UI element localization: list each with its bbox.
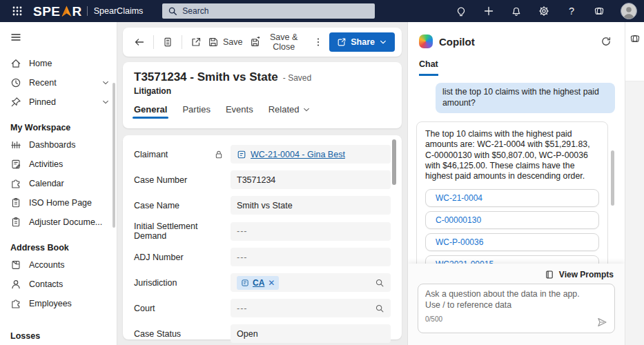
open-in-new-window-button[interactable] <box>186 32 206 52</box>
tab-chat[interactable]: Chat <box>419 59 438 76</box>
refresh-chat-icon[interactable] <box>596 31 616 52</box>
field-row-case-name: Case Name Smith vs State <box>134 196 391 215</box>
record-header: T3571234 - Smith vs State - Saved Litiga… <box>123 62 402 128</box>
sidebar-item-home[interactable]: Home <box>0 54 117 73</box>
claimant-lookup-field[interactable]: WC-21-0004 - Gina Best <box>231 145 391 164</box>
claim-chip[interactable]: C-00000130 <box>425 211 599 229</box>
sidebar-item-pinned[interactable]: Pinned <box>0 92 117 112</box>
record-entity-icon <box>241 279 249 287</box>
initial-settlement-demand-input[interactable]: --- <box>231 222 391 241</box>
form-selector-button[interactable] <box>158 32 177 52</box>
copilot-question-input[interactable] <box>425 289 593 313</box>
sidebar-item-adjuster-documents[interactable]: Adjuster Docume... <box>0 213 117 232</box>
spear-arrow-icon <box>61 6 72 17</box>
left-navigation-sidebar: Home Recent Pinned My Workspace Dashboar… <box>0 22 117 345</box>
share-button[interactable]: Share <box>329 32 395 52</box>
command-bar: Save Save & Close Share <box>123 28 402 57</box>
claim-chip[interactable]: WC-21-0004 <box>425 189 599 207</box>
jurisdiction-lookup-field[interactable]: CA ✕ <box>231 273 391 292</box>
user-avatar[interactable] <box>621 3 637 19</box>
pin-icon <box>10 97 21 108</box>
lookup-search-icon[interactable] <box>375 304 384 313</box>
command-divider <box>153 35 154 49</box>
field-label: ADJ Number <box>134 253 184 262</box>
tab-parties[interactable]: Parties <box>182 104 210 120</box>
field-row-initial-settlement-demand: Initial Settlement Demand --- <box>134 221 391 241</box>
claimant-link-text[interactable]: WC-21-0004 - Gina Best <box>251 150 345 159</box>
claim-chip[interactable]: WC-P-00036 <box>425 233 599 251</box>
sidebar-collapse-icon[interactable] <box>0 29 117 46</box>
lookup-search-icon[interactable] <box>375 278 384 288</box>
copilot-input-box[interactable]: 0/500 <box>418 284 615 333</box>
copilot-tabs: Chat <box>408 52 625 76</box>
chevron-down-icon <box>379 38 387 46</box>
chevron-down-icon[interactable] <box>101 98 110 106</box>
claimant-record-link[interactable]: WC-21-0004 - Gina Best <box>237 150 345 159</box>
case-number-input[interactable]: T3571234 <box>231 170 391 189</box>
clipboard-pen-icon <box>10 159 21 170</box>
sidebar-item-contacts[interactable]: Contacts <box>0 275 117 294</box>
back-arrow-icon <box>134 37 145 48</box>
lightbulb-icon[interactable] <box>455 5 467 17</box>
jurisdiction-chip[interactable]: CA ✕ <box>237 276 279 290</box>
case-status-input[interactable]: Open <box>231 324 391 343</box>
field-row-court: Court --- <box>134 299 391 317</box>
jurisdiction-link-text[interactable]: CA <box>253 278 264 288</box>
settings-gear-icon[interactable] <box>538 5 550 17</box>
case-name-input[interactable]: Smith vs State <box>231 196 391 215</box>
save-button[interactable]: Save <box>207 32 244 52</box>
tab-general[interactable]: General <box>134 104 167 120</box>
remove-chip-icon[interactable]: ✕ <box>268 279 275 287</box>
main-content: Save Save & Close Share T3571234 - Smith… <box>117 22 407 345</box>
top-navigation-bar: SPE R SpearClaims ? <box>0 0 644 22</box>
share-label: Share <box>351 37 375 47</box>
more-commands-button[interactable] <box>309 32 328 52</box>
dashboards-icon <box>10 139 21 150</box>
sidebar-item-accounts[interactable]: Accounts <box>0 255 117 275</box>
chevron-down-icon <box>302 106 311 114</box>
global-search-input[interactable] <box>182 6 369 16</box>
bell-icon[interactable] <box>510 5 523 17</box>
copilot-toggle-icon[interactable] <box>593 5 605 17</box>
sidebar-item-dashboards[interactable]: Dashboards <box>0 135 117 155</box>
record-entity-type: Litigation <box>134 86 391 96</box>
sidebar-item-recent[interactable]: Recent <box>0 73 117 92</box>
tab-related[interactable]: Related <box>269 104 311 120</box>
global-search-box[interactable] <box>162 3 375 19</box>
form-scrollbar[interactable] <box>392 139 396 185</box>
sidebar-item-iso-home-page[interactable]: ISO Home Page <box>0 193 117 213</box>
user-message-bubble: list the top 10 claims with the highest … <box>436 83 615 113</box>
sidebar-item-label: Employees <box>29 299 72 308</box>
copilot-input-section: View Prompts 0/500 <box>408 264 625 345</box>
adj-number-input[interactable]: --- <box>231 248 391 266</box>
back-button[interactable] <box>130 32 149 52</box>
share-icon <box>337 37 347 47</box>
chevron-down-icon[interactable] <box>101 79 110 87</box>
sidebar-item-employees[interactable]: Employees <box>0 294 117 313</box>
sidebar-item-label: Adjuster Docume... <box>29 217 102 227</box>
tab-events[interactable]: Events <box>226 104 253 120</box>
view-prompts-label: View Prompts <box>559 270 614 279</box>
topbar-icons: ? <box>455 3 637 19</box>
person-icon <box>10 279 21 290</box>
sidebar-item-calendar[interactable]: Calendar <box>0 174 117 193</box>
app-launcher-waffle-icon[interactable] <box>7 3 28 19</box>
copilot-title: Copilot <box>439 36 475 48</box>
app-name: SpearClaims <box>94 6 144 16</box>
sidebar-item-activities[interactable]: Activities <box>0 155 117 174</box>
plus-icon[interactable] <box>482 5 495 17</box>
copilot-chat-scrollbar[interactable] <box>611 150 614 206</box>
view-prompts-button[interactable]: View Prompts <box>408 264 625 279</box>
spear-logo[interactable]: SPE R <box>33 5 82 18</box>
send-icon[interactable] <box>596 317 607 328</box>
home-icon <box>10 58 21 69</box>
copilot-rail-tab[interactable] <box>625 22 644 81</box>
sidebar-scrollbar[interactable] <box>113 83 115 228</box>
sidebar-item-label: Activities <box>29 159 63 169</box>
app-window: SPE R SpearClaims ? Home <box>0 0 644 345</box>
search-icon <box>168 6 177 16</box>
save-and-close-button[interactable]: Save & Close <box>245 32 307 52</box>
help-icon[interactable]: ? <box>565 5 578 17</box>
court-lookup-field[interactable]: --- <box>231 299 391 317</box>
puzzle-icon <box>10 178 21 189</box>
